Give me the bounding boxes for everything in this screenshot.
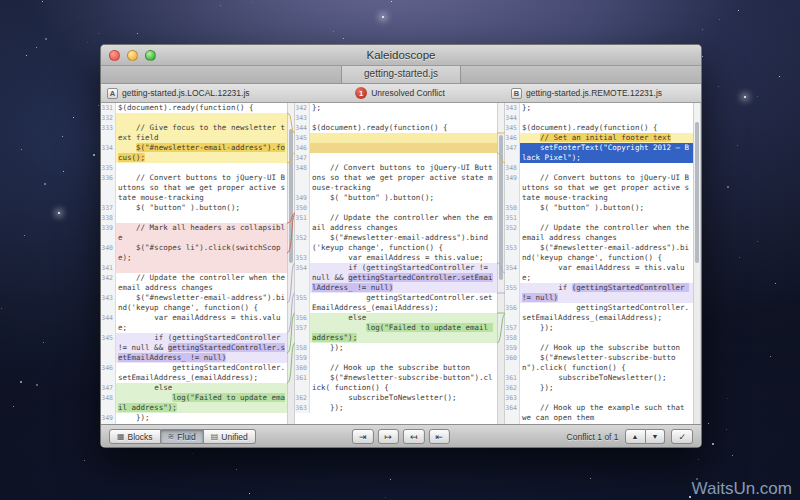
code-line[interactable]: 342 // Update the controller when the em… xyxy=(101,273,287,293)
code-line[interactable]: 362 subscribeToNewsletter(); xyxy=(295,393,497,403)
code-line[interactable]: 364 // Hook up the example such that we … xyxy=(505,403,693,423)
code-line[interactable]: 354 var emailAddress = this.value; xyxy=(505,263,693,283)
code-line[interactable]: 344$(document).ready(function() { xyxy=(295,123,497,133)
pane-merged[interactable]: 342};343344$(document).ready(function() … xyxy=(295,103,497,424)
code-line[interactable]: 359 // Hook up the subscribe button xyxy=(505,343,693,353)
code-line[interactable]: 342}; xyxy=(295,103,497,113)
append-to-left-icon[interactable]: ↤ xyxy=(403,429,425,444)
line-number: 347 xyxy=(295,153,310,163)
code-line[interactable]: 358 xyxy=(505,333,693,343)
code-line[interactable]: 350 $( "button" ).button(); xyxy=(505,203,693,213)
code-line[interactable]: 332 xyxy=(101,113,287,123)
code-line[interactable]: 334 $("#newsletter-email-address").focus… xyxy=(101,143,287,163)
code-line[interactable]: 360 $("#newsletter-subscribe-button").cl… xyxy=(505,353,693,373)
code-line[interactable]: 343 xyxy=(295,113,497,123)
code-line[interactable]: 359 xyxy=(295,353,497,363)
line-number: 353 xyxy=(505,243,520,263)
code-line[interactable]: 352 // Update the controller when the em… xyxy=(505,223,693,243)
code-line[interactable]: 347 xyxy=(295,153,497,163)
scrollbar-middle-pane[interactable] xyxy=(497,103,505,424)
code-line[interactable]: 350 xyxy=(295,203,497,213)
code-line[interactable]: 336 // Convert buttons to jQuery-UI Butt… xyxy=(101,173,287,203)
file-a-name[interactable]: getting-started.js.LOCAL.12231.js xyxy=(122,88,250,98)
code-line[interactable]: 348 xyxy=(505,163,693,173)
code-line[interactable]: 362 }); xyxy=(505,383,693,393)
code-line[interactable]: 333 // Give focus to the newsletter text… xyxy=(101,123,287,143)
copy-to-right-icon[interactable]: ⇥ xyxy=(352,429,374,444)
code-text: $( "button" ).button(); xyxy=(310,193,497,203)
code-line[interactable]: 331$(document).ready(function() { xyxy=(101,103,287,113)
file-b-badge: B xyxy=(511,88,522,99)
scrollbar-left-pane[interactable] xyxy=(287,103,295,424)
code-line[interactable]: 358 }); xyxy=(295,343,497,353)
copy-to-left-icon[interactable]: ⇤ xyxy=(429,429,451,444)
code-line[interactable]: 351 // Update the controller when the em… xyxy=(295,213,497,233)
code-line[interactable]: 345 if (gettingStartedController != null… xyxy=(101,333,287,363)
code-line[interactable]: 360 // Hook up the subscribe button xyxy=(295,363,497,373)
view-mode-fluid[interactable]: ≋Fluid xyxy=(161,429,204,444)
code-line[interactable]: 363 }); xyxy=(295,403,497,413)
code-line[interactable]: 344 var emailAddress = this.value; xyxy=(101,313,287,333)
code-line[interactable]: 346 xyxy=(295,143,497,153)
code-text: // Convert buttons to jQuery-UI Buttons … xyxy=(520,173,693,203)
code-line[interactable]: 353 var emailAddress = this.value; xyxy=(295,253,497,263)
code-line[interactable]: 357 log("Failed to update email address"… xyxy=(295,323,497,343)
code-line[interactable]: 348 // Convert buttons to jQuery-UI Butt… xyxy=(295,163,497,193)
code-line[interactable]: 348 log("Failed to update email address"… xyxy=(101,393,287,413)
code-line[interactable]: 351 xyxy=(505,213,693,223)
unified-view-icon: ▤ xyxy=(211,432,219,441)
pane-local[interactable]: 331$(document).ready(function() {332333 … xyxy=(101,103,287,424)
bright-star xyxy=(382,16,384,18)
mark-resolved-button[interactable]: ✓ xyxy=(671,429,693,444)
code-line[interactable]: 349 $( "button" ).button(); xyxy=(295,193,497,203)
code-line[interactable]: 343}; xyxy=(505,103,693,113)
code-line[interactable]: 356 else xyxy=(295,313,497,323)
code-line[interactable]: 347 else xyxy=(101,383,287,393)
code-line[interactable]: 345$(document).ready(function() { xyxy=(505,123,693,133)
line-number: 334 xyxy=(101,143,116,163)
code-line[interactable]: 338 xyxy=(101,213,287,223)
code-line[interactable]: 339 // Mark all headers as collapsible xyxy=(101,223,287,243)
code-text: $(document).ready(function() { xyxy=(310,123,497,133)
code-line[interactable]: 347 setFooterText("Copyright 2012 — Blac… xyxy=(505,143,693,163)
line-number: 337 xyxy=(101,203,116,213)
code-line[interactable]: 349 }); xyxy=(101,413,287,423)
window-titlebar[interactable]: Kaleidoscope xyxy=(101,45,701,66)
line-number: 355 xyxy=(295,293,310,313)
code-line[interactable]: 363 xyxy=(505,393,693,403)
code-line[interactable]: 337 $( "button" ).button(); xyxy=(101,203,287,213)
code-line[interactable]: 346 // Set an initial footer text xyxy=(505,133,693,143)
previous-conflict-button[interactable]: ▲ xyxy=(625,429,646,444)
scrollbar-right-pane[interactable] xyxy=(693,103,701,424)
view-mode-blocks[interactable]: ▦Blocks xyxy=(109,429,161,444)
code-line[interactable]: 356 gettingStartedController.setEmailAdd… xyxy=(505,303,693,323)
code-text: }); xyxy=(520,383,693,393)
file-b-name[interactable]: getting-started.js.REMOTE.12231.js xyxy=(526,88,662,98)
next-conflict-button[interactable]: ▼ xyxy=(646,429,666,444)
pane-remote[interactable]: 343};344345$(document).ready(function() … xyxy=(505,103,693,424)
code-line[interactable]: 346 gettingStartedController.setEmailAdd… xyxy=(101,363,287,383)
code-line[interactable]: 353 $("#newsletter-email-address").bind(… xyxy=(505,243,693,263)
code-line[interactable]: 355 if (gettingStartedController != null… xyxy=(505,283,693,303)
code-line[interactable]: 345 xyxy=(295,133,497,143)
append-to-right-icon[interactable]: ↦ xyxy=(377,429,399,444)
code-text xyxy=(310,353,497,363)
line-number: 354 xyxy=(295,263,310,293)
code-line[interactable]: 349 // Convert buttons to jQuery-UI Butt… xyxy=(505,173,693,203)
code-line[interactable]: 340 $("#scopes li").click(switchScope); xyxy=(101,243,287,263)
code-line[interactable]: 361 $("#newsletter-subscribe-button").cl… xyxy=(295,373,497,393)
code-line[interactable]: 361 subscribeToNewsletter(); xyxy=(505,373,693,383)
code-line[interactable]: 357 }); xyxy=(505,323,693,333)
code-text: subscribeToNewsletter(); xyxy=(310,393,497,403)
code-line[interactable]: 344 xyxy=(505,113,693,123)
bottom-toolbar: ▦Blocks≋Fluid▤Unified ⇥↦↤⇤ Conflict 1 of… xyxy=(101,424,701,448)
line-number: 351 xyxy=(295,213,310,233)
code-line[interactable]: 352 $("#newsletter-email-address").bind(… xyxy=(295,233,497,253)
code-line[interactable]: 343 $("#newsletter-email-address").bind(… xyxy=(101,293,287,313)
code-line[interactable]: 335 xyxy=(101,163,287,173)
document-tab[interactable]: getting-started.js xyxy=(341,66,461,83)
view-mode-unified[interactable]: ▤Unified xyxy=(204,429,256,444)
code-line[interactable]: 354 if (gettingStartedController != null… xyxy=(295,263,497,293)
code-line[interactable]: 355 gettingStartedController.setEmailAdd… xyxy=(295,293,497,313)
code-line[interactable]: 341 xyxy=(101,263,287,273)
